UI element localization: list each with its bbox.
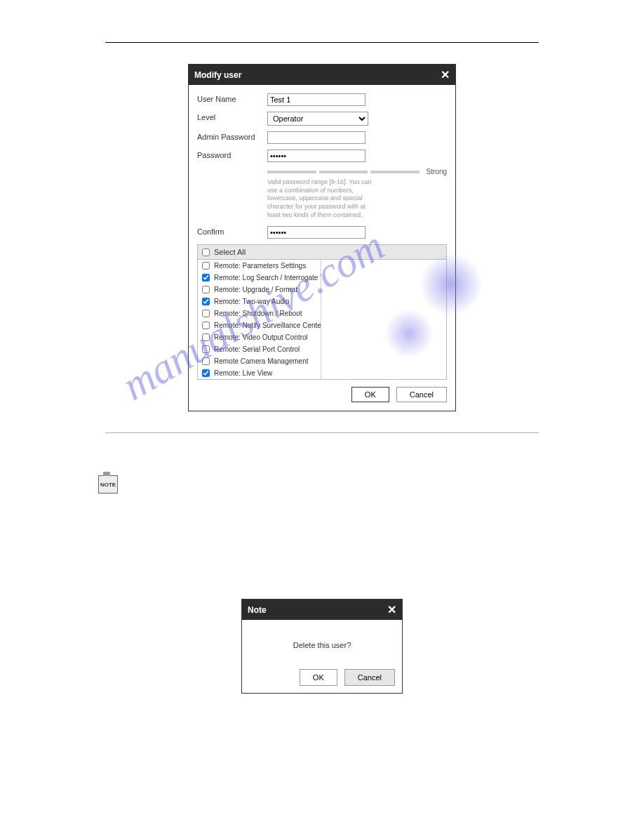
- permission-label: Remote: Video Output Control: [214, 333, 308, 341]
- permission-item[interactable]: Remote: Notify Surveillance Center /...: [198, 319, 321, 331]
- permission-label: Remote: Shutdown / Reboot: [214, 310, 302, 317]
- permission-label: Remote Camera Management: [214, 357, 309, 365]
- cancel-button[interactable]: Cancel: [344, 669, 395, 686]
- permission-checkbox[interactable]: [202, 310, 210, 317]
- permission-label: Remote: Live View: [214, 369, 272, 377]
- admin-password-input[interactable]: [267, 131, 365, 144]
- strength-bar-3: [370, 171, 420, 173]
- permissions-list[interactable]: Remote: Parameters SettingsRemote: Log S…: [198, 260, 321, 379]
- username-label: User Name: [197, 93, 267, 103]
- close-icon[interactable]: ✕: [441, 68, 450, 81]
- permission-checkbox[interactable]: [202, 262, 210, 270]
- row-admin-password: Admin Password: [197, 131, 447, 144]
- strength-label: Strong: [427, 168, 447, 176]
- confirm-label: Confirm: [197, 226, 267, 236]
- strength-bar-1: [267, 171, 316, 173]
- permission-checkbox[interactable]: [202, 298, 210, 305]
- note-message: Delete this user?: [293, 641, 351, 649]
- permission-item[interactable]: Remote Camera Management: [198, 355, 321, 367]
- note-titlebar[interactable]: Note ✕: [242, 600, 402, 620]
- row-password: Password: [197, 150, 447, 162]
- permission-label: Remote: Log Search / Interrogate Wor...: [214, 274, 321, 282]
- dialog-body: User Name Level Operator Admin Password …: [189, 85, 455, 411]
- permissions-list-wrap: Remote: Parameters SettingsRemote: Log S…: [198, 260, 446, 379]
- note-title: Note: [248, 605, 267, 615]
- row-level: Level Operator: [197, 112, 447, 126]
- permissions-side-panel: [321, 260, 446, 379]
- password-label: Password: [197, 150, 267, 159]
- row-confirm: Confirm: [197, 226, 447, 239]
- cancel-button[interactable]: Cancel: [396, 387, 447, 402]
- top-rule: [105, 42, 539, 43]
- dialog-titlebar[interactable]: Modify user ✕: [189, 65, 455, 85]
- password-strength: Strong: [267, 168, 447, 176]
- close-icon[interactable]: ✕: [387, 603, 396, 616]
- permission-checkbox[interactable]: [202, 322, 210, 329]
- permission-label: Remote: Upgrade / Format: [214, 286, 297, 293]
- password-hint: Valid password range [8-16]. You can use…: [267, 178, 380, 219]
- permission-item[interactable]: Remote: Two-way Audio: [198, 296, 321, 307]
- permission-checkbox[interactable]: [202, 357, 210, 365]
- level-select[interactable]: Operator: [267, 112, 368, 126]
- permission-item[interactable]: Remote: Parameters Settings: [198, 260, 321, 272]
- dialog-footer: OK Cancel: [197, 380, 447, 402]
- row-username: User Name: [197, 93, 447, 106]
- confirm-input[interactable]: [267, 226, 365, 239]
- permission-item[interactable]: Remote: Video Output Control: [198, 331, 321, 343]
- modify-user-dialog: Modify user ✕ User Name Level Operator A…: [188, 64, 456, 411]
- permission-label: Remote: Two-way Audio: [214, 298, 290, 305]
- permission-label: Remote: Notify Surveillance Center /...: [214, 322, 321, 329]
- permission-checkbox[interactable]: [202, 286, 210, 293]
- permission-item[interactable]: Remote: Log Search / Interrogate Wor...: [198, 272, 321, 284]
- level-label: Level: [197, 112, 267, 121]
- permission-checkbox[interactable]: [202, 274, 210, 282]
- permission-item[interactable]: Remote: Shutdown / Reboot: [198, 307, 321, 319]
- permission-item[interactable]: Remote: Serial Port Control: [198, 343, 321, 355]
- permission-checkbox[interactable]: [202, 333, 210, 341]
- admin-password-label: Admin Password: [197, 131, 267, 141]
- permission-item[interactable]: Remote: Live View: [198, 367, 321, 379]
- permission-label: Remote: Parameters Settings: [214, 262, 306, 270]
- note-footer: OK Cancel: [242, 663, 402, 693]
- ok-button[interactable]: OK: [300, 669, 337, 686]
- note-icon: NOTE: [98, 475, 118, 494]
- note-body: Delete this user?: [242, 620, 402, 663]
- mid-rule: [105, 432, 539, 433]
- password-input[interactable]: [267, 150, 365, 162]
- permission-checkbox[interactable]: [202, 369, 210, 377]
- permission-label: Remote: Serial Port Control: [214, 345, 300, 353]
- select-all-label: Select All: [214, 248, 246, 256]
- permissions-panel: Select All Remote: Parameters SettingsRe…: [197, 244, 447, 380]
- dialog-title: Modify user: [194, 70, 241, 80]
- select-all-checkbox[interactable]: [202, 249, 210, 256]
- permission-checkbox[interactable]: [202, 345, 210, 353]
- permission-item[interactable]: Remote: Upgrade / Format: [198, 284, 321, 296]
- note-dialog: Note ✕ Delete this user? OK Cancel: [241, 599, 403, 694]
- ok-button[interactable]: OK: [351, 387, 389, 402]
- select-all-row[interactable]: Select All: [198, 245, 446, 260]
- strength-bar-2: [319, 171, 368, 173]
- username-input[interactable]: [267, 93, 365, 106]
